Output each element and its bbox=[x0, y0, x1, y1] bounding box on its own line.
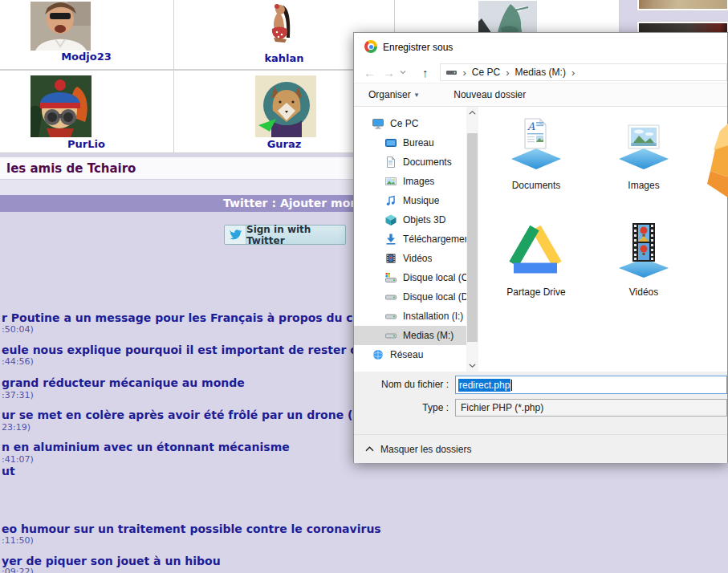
folder-icon-partial[interactable] bbox=[706, 121, 728, 198]
save-as-dialog: Enregistrer sous ← → ↑ › Ce PC › Medias … bbox=[353, 32, 728, 463]
folder-label: Images bbox=[596, 180, 692, 191]
dialog-body: Ce PC Bureau Documents Images Musique bbox=[354, 107, 727, 372]
friend-name[interactable]: Modjo23 bbox=[0, 51, 173, 63]
sidebar-label: Vidéos bbox=[403, 253, 432, 264]
sidebar-item-medias-selected[interactable]: Medias (M:) bbox=[354, 326, 466, 345]
sidebar-label: Disque local (D:) bbox=[403, 291, 466, 303]
breadcrumb-separator: › bbox=[569, 67, 577, 79]
folder-item-documents[interactable]: A Documents bbox=[488, 115, 584, 191]
new-folder-label: Nouveau dossier bbox=[453, 89, 526, 100]
sidebar-label: Medias (M:) bbox=[403, 330, 453, 341]
sidebar-item-musique[interactable]: Musique bbox=[354, 191, 466, 210]
new-folder-button[interactable]: Nouveau dossier bbox=[447, 85, 532, 104]
filename-label: Nom du fichier : bbox=[354, 379, 449, 390]
sidebar-item-reseau[interactable]: Réseau bbox=[354, 345, 466, 364]
sidebar-label: Réseau bbox=[390, 349, 423, 360]
sidebar-item-objets3d[interactable]: Objets 3D bbox=[354, 210, 466, 230]
sidebar-label: Documents bbox=[403, 156, 452, 168]
news-timestamp: :09:22) bbox=[2, 567, 34, 573]
sidebar-label: Bureau bbox=[403, 137, 434, 148]
chrome-icon bbox=[364, 40, 377, 53]
scroll-down-button[interactable] bbox=[466, 360, 478, 372]
breadcrumb-separator: › bbox=[461, 67, 469, 79]
news-link[interactable]: n en aluminium avec un étonnant mécanism… bbox=[2, 441, 290, 453]
sidebar-item-telechargements[interactable]: Téléchargements bbox=[354, 230, 466, 249]
sidebar-item-documents[interactable]: Documents bbox=[354, 152, 466, 172]
folder-item-videos[interactable]: Vidéos bbox=[596, 221, 692, 298]
recent-locations-chevron[interactable] bbox=[400, 70, 406, 75]
screen: Modjo23 kahlan bbox=[0, 0, 728, 573]
news-link[interactable]: yer de piquer son jouet à un hibou bbox=[2, 555, 221, 567]
sidebar-scrollbar[interactable] bbox=[466, 107, 478, 372]
breadcrumb-separator: › bbox=[503, 67, 511, 79]
back-button[interactable]: ← bbox=[364, 67, 376, 79]
news-timestamp: 23:19) bbox=[2, 422, 31, 433]
sidebar-item-videos[interactable]: Vidéos bbox=[354, 249, 466, 268]
sidebar-item-disque-c[interactable]: Disque local (C:) bbox=[354, 268, 466, 287]
sidebar-item-bureau[interactable]: Bureau bbox=[354, 133, 466, 152]
caret-down-icon: ▾ bbox=[415, 91, 419, 99]
cube-3d-icon bbox=[384, 213, 397, 226]
sidebar-label: Objets 3D bbox=[403, 214, 445, 226]
twitter-signin-button[interactable]: Sign in with Twitter bbox=[224, 225, 346, 245]
twitter-bird-icon bbox=[225, 226, 246, 244]
hide-folders-toggle[interactable]: Masquer les dossiers bbox=[380, 444, 471, 455]
breadcrumb-item-medias[interactable]: Medias (M:) bbox=[515, 67, 566, 78]
sidebar-item-installation[interactable]: Installation (I:) bbox=[354, 307, 466, 326]
forward-button[interactable]: → bbox=[383, 67, 395, 79]
filetype-value: Fichier PHP (*.php) bbox=[461, 402, 543, 413]
filename-input[interactable]: redirect.php bbox=[455, 376, 727, 394]
filetype-label: Type : bbox=[354, 402, 449, 413]
sidebar-label: Ce PC bbox=[390, 118, 418, 129]
friend-cell-purlio[interactable]: PurLio bbox=[0, 70, 174, 153]
network-icon bbox=[372, 348, 384, 361]
sidebar-label: Installation (I:) bbox=[403, 311, 463, 322]
up-button[interactable]: ↑ bbox=[422, 67, 429, 79]
news-timestamp: :11:50) bbox=[2, 535, 34, 546]
dialog-toolbar: Organiser ▾ Nouveau dossier bbox=[354, 83, 727, 107]
breadcrumb-item-cepc[interactable]: Ce PC bbox=[472, 67, 500, 78]
drive-icon bbox=[384, 291, 397, 303]
news-timestamp: :37:31) bbox=[2, 390, 34, 400]
sidebar-label: Téléchargements bbox=[403, 234, 466, 245]
picture-icon bbox=[384, 175, 397, 188]
folder-item-images[interactable]: Images bbox=[596, 115, 692, 191]
documents-folder-icon: A bbox=[507, 115, 565, 176]
sidebar-item-disque-d[interactable]: Disque local (D:) bbox=[354, 287, 466, 307]
drive-icon bbox=[384, 310, 397, 323]
computer-icon bbox=[372, 117, 384, 130]
text-caret bbox=[511, 380, 512, 391]
dialog-footer: Masquer les dossiers bbox=[354, 434, 727, 463]
organize-label: Organiser bbox=[368, 89, 411, 100]
friend-name[interactable]: PurLio bbox=[0, 138, 173, 150]
desktop-icon bbox=[384, 136, 397, 149]
friend-cell-modjo23[interactable]: Modjo23 bbox=[0, 0, 174, 70]
filetype-select[interactable]: Fichier PHP (*.php) bbox=[455, 399, 727, 417]
thumb-cell-top[interactable] bbox=[636, 0, 728, 11]
download-arrow-icon bbox=[384, 233, 397, 246]
sidebar-item-images[interactable]: Images bbox=[354, 172, 466, 191]
drive-icon bbox=[384, 329, 397, 342]
sidebar-label: Disque local (C:) bbox=[403, 272, 466, 283]
sidebar-item-cepc[interactable]: Ce PC bbox=[354, 114, 466, 133]
scrollbar-thumb[interactable] bbox=[467, 133, 478, 342]
avatar-guraz bbox=[255, 75, 316, 137]
news-timestamp: :50:04) bbox=[2, 324, 34, 335]
file-list: A Documents bbox=[478, 107, 727, 372]
organize-button[interactable]: Organiser ▾ bbox=[362, 85, 425, 104]
film-icon bbox=[384, 252, 397, 265]
dialog-titlebar[interactable]: Enregistrer sous bbox=[354, 33, 727, 62]
scroll-up-button[interactable] bbox=[466, 107, 478, 119]
news-link[interactable]: grand réducteur mécanique au monde bbox=[2, 376, 245, 389]
filename-value-selected: redirect.php bbox=[458, 379, 510, 392]
sidebar-label: Images bbox=[403, 176, 434, 187]
breadcrumb[interactable]: › Ce PC › Medias (M:) › bbox=[440, 63, 728, 81]
news-link[interactable]: ut bbox=[2, 465, 15, 478]
drive-icon bbox=[445, 67, 458, 77]
folder-item-partage-drive[interactable]: Partage Drive bbox=[488, 221, 584, 298]
document-icon bbox=[384, 156, 397, 169]
music-note-icon bbox=[384, 194, 397, 207]
twitter-signin-label: Sign in with Twitter bbox=[246, 226, 345, 244]
news-link[interactable]: eo humour sur un traitement possible con… bbox=[2, 522, 381, 535]
news-link[interactable]: ur se met en colère après avoir été frôl… bbox=[2, 408, 411, 421]
